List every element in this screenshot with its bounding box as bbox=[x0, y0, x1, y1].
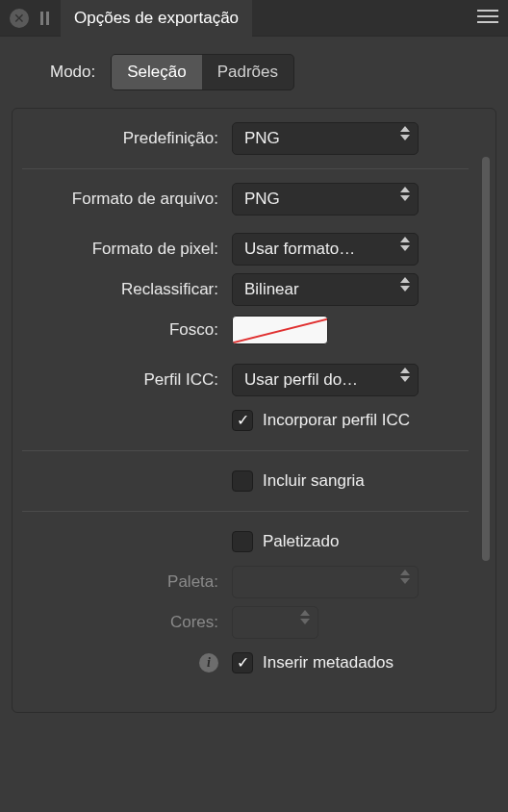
pixel-format-label: Formato de pixel: bbox=[22, 240, 232, 259]
file-format-dropdown[interactable]: PNG bbox=[232, 183, 419, 216]
divider bbox=[22, 511, 469, 512]
matte-label: Fosco: bbox=[22, 320, 232, 340]
titlebar: ✕ Opções de exportação bbox=[0, 0, 508, 37]
file-format-value: PNG bbox=[244, 190, 280, 209]
row-resample: Reclassificar: Bilinear bbox=[22, 269, 469, 310]
resample-value: Bilinear bbox=[244, 280, 299, 299]
stepper-icon bbox=[398, 126, 412, 140]
stepper-icon bbox=[398, 368, 412, 382]
mode-row: Modo: Seleção Padrões bbox=[0, 37, 508, 108]
row-metadata: i Inserir metadados bbox=[22, 643, 469, 683]
palette-dropdown bbox=[232, 566, 419, 598]
divider bbox=[22, 168, 469, 169]
divider bbox=[22, 450, 469, 451]
embed-icc-label: Incorporar perfil ICC bbox=[263, 411, 410, 430]
info-icon[interactable]: i bbox=[199, 653, 218, 672]
preset-value: PNG bbox=[244, 129, 280, 148]
palettised-label: Paletizado bbox=[263, 532, 339, 551]
row-pixel-format: Formato de pixel: Usar formato… bbox=[22, 229, 469, 269]
panel-tab-export-options[interactable]: Opções de exportação bbox=[61, 0, 252, 37]
stepper-icon bbox=[398, 570, 412, 584]
resample-dropdown[interactable]: Bilinear bbox=[232, 273, 419, 306]
mode-option-selection[interactable]: Seleção bbox=[112, 55, 201, 89]
row-file-format: Formato de arquivo: PNG bbox=[22, 179, 469, 219]
row-palettised: Paletizado bbox=[22, 521, 469, 562]
mode-segmented: Seleção Padrões bbox=[111, 54, 294, 90]
matte-color-swatch[interactable] bbox=[232, 316, 328, 344]
close-icon[interactable]: ✕ bbox=[10, 9, 29, 28]
panel-menu-icon[interactable] bbox=[477, 10, 498, 23]
palettised-checkbox[interactable] bbox=[232, 531, 253, 552]
scrollbar[interactable] bbox=[482, 157, 492, 561]
icc-label: Perfil ICC: bbox=[22, 370, 232, 390]
colors-label: Cores: bbox=[22, 613, 232, 632]
mode-label: Modo: bbox=[50, 63, 95, 82]
icc-dropdown[interactable]: Usar perfil do… bbox=[232, 364, 419, 396]
row-embed-icc: Incorporar perfil ICC bbox=[22, 400, 469, 441]
icc-value: Usar perfil do… bbox=[244, 370, 358, 390]
export-panel: Predefinição: PNG Formato de arquivo: PN… bbox=[12, 108, 496, 713]
preset-dropdown[interactable]: PNG bbox=[232, 122, 419, 155]
collapse-icon[interactable] bbox=[40, 12, 49, 25]
stepper-icon bbox=[398, 187, 412, 201]
metadata-checkbox[interactable] bbox=[232, 652, 253, 673]
embed-icc-checkbox[interactable] bbox=[232, 410, 253, 431]
preset-label: Predefinição: bbox=[22, 129, 232, 148]
pixel-format-dropdown[interactable]: Usar formato… bbox=[232, 233, 419, 266]
file-format-label: Formato de arquivo: bbox=[22, 190, 232, 209]
row-matte: Fosco: bbox=[22, 310, 469, 350]
pixel-format-value: Usar formato… bbox=[244, 240, 355, 259]
colors-stepper bbox=[232, 606, 318, 639]
resample-label: Reclassificar: bbox=[22, 280, 232, 299]
row-palette: Paleta: bbox=[22, 562, 469, 602]
palette-label: Paleta: bbox=[22, 572, 232, 592]
stepper-icon bbox=[298, 610, 312, 624]
bleed-label: Incluir sangria bbox=[263, 471, 365, 491]
mode-option-defaults[interactable]: Padrões bbox=[202, 55, 293, 89]
include-bleed-checkbox[interactable] bbox=[232, 470, 253, 492]
row-colors: Cores: bbox=[22, 602, 469, 643]
row-preset: Predefinição: PNG bbox=[22, 118, 469, 159]
row-icc-profile: Perfil ICC: Usar perfil do… bbox=[22, 360, 469, 400]
metadata-label: Inserir metadados bbox=[263, 653, 394, 672]
tab-label: Opções de exportação bbox=[74, 9, 239, 28]
stepper-icon bbox=[398, 237, 412, 251]
row-bleed: Incluir sangria bbox=[22, 461, 469, 501]
stepper-icon bbox=[398, 277, 412, 292]
